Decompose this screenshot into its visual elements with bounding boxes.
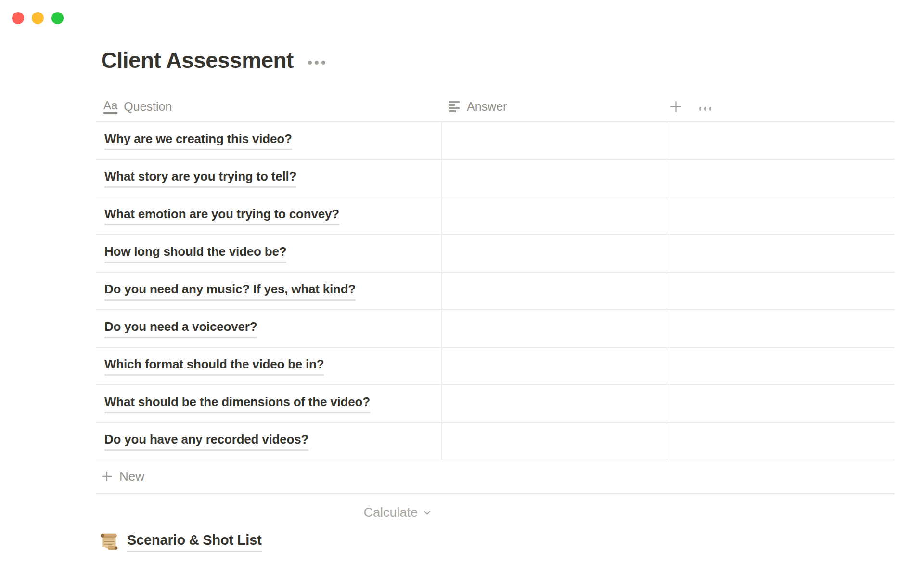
table-options-ellipsis-icon[interactable] [699,103,711,115]
empty-cell[interactable] [667,310,895,347]
calculate-button-label[interactable]: Calculate [363,505,418,520]
question-cell-text: What should be the dimensions of the vid… [104,394,370,413]
question-cell-text: Do you need a voiceover? [104,319,257,338]
column-label: Answer [467,100,507,114]
empty-cell[interactable] [667,273,895,309]
column-header-answer[interactable]: Answer [442,100,667,114]
empty-cell[interactable] [667,160,895,197]
table-row: Do you need a voiceover? [96,310,895,348]
empty-cell[interactable] [667,348,895,384]
page-options-ellipsis-icon[interactable] [308,61,325,65]
question-cell[interactable]: Do you need a voiceover? [96,310,442,347]
page-title-row: Client Assessment [101,48,325,73]
close-button[interactable] [12,12,24,24]
table-row: What emotion are you trying to convey? [96,197,895,235]
table-row: How long should the video be? [96,235,895,273]
column-label: Question [124,100,172,114]
column-header-question[interactable]: Aa Question [96,100,442,114]
question-cell[interactable]: How long should the video be? [96,235,442,272]
empty-cell[interactable] [667,385,895,422]
empty-cell[interactable] [667,197,895,234]
question-cell-text: Do you have any recorded videos? [104,432,308,451]
table-row: Do you need any music? If yes, what kind… [96,273,895,310]
subpage-title: Scenario & Shot List [127,532,262,552]
new-row-label: New [119,469,144,484]
empty-cell[interactable] [667,423,895,460]
answer-cell[interactable] [442,310,667,347]
answer-cell[interactable] [442,235,667,272]
window-controls [12,12,64,24]
empty-cell[interactable] [667,122,895,159]
table-header-actions [670,92,711,121]
question-cell-text: What emotion are you trying to convey? [104,207,339,225]
question-cell-text: Do you need any music? If yes, what kind… [104,282,356,301]
table-row: Why are we creating this video? [96,122,895,160]
plus-icon [670,101,682,113]
question-cell[interactable]: What should be the dimensions of the vid… [96,385,442,422]
page-title[interactable]: Client Assessment [101,48,294,73]
question-cell[interactable]: Do you need any music? If yes, what kind… [96,273,442,309]
answer-cell[interactable] [442,160,667,197]
new-row-button[interactable]: New [96,460,895,494]
text-property-icon [449,101,461,112]
answer-cell[interactable] [442,273,667,309]
table-row: Which format should the video be in? [96,348,895,385]
chevron-down-icon [423,508,432,517]
question-cell-text: How long should the video be? [104,244,286,263]
table-row: What story are you trying to tell? [96,160,895,197]
add-column-button[interactable] [670,101,682,113]
table-row: What should be the dimensions of the vid… [96,385,895,423]
question-cell-text: Why are we creating this video? [104,131,292,150]
calculate-row: Calculate [96,494,442,531]
question-cell[interactable]: Why are we creating this video? [96,122,442,159]
question-cell[interactable]: Which format should the video be in? [96,348,442,384]
answer-cell[interactable] [442,348,667,384]
empty-cell[interactable] [667,235,895,272]
question-cell-text: Which format should the video be in? [104,357,324,376]
title-property-icon: Aa [103,100,117,114]
table-body: Why are we creating this video? What sto… [96,121,895,460]
question-cell[interactable]: What story are you trying to tell? [96,160,442,197]
zoom-button[interactable] [51,12,64,24]
question-cell[interactable]: What emotion are you trying to convey? [96,197,442,234]
answer-cell[interactable] [442,385,667,422]
table-header: Aa Question Answer [96,92,895,121]
answer-cell[interactable] [442,423,667,460]
answer-cell[interactable] [442,197,667,234]
table-row: Do you have any recorded videos? [96,423,895,460]
question-cell-text: What story are you trying to tell? [104,169,296,188]
minimize-button[interactable] [32,12,44,24]
subpage-link[interactable]: Scenario & Shot List [99,532,262,552]
scroll-icon [99,532,119,552]
answer-cell[interactable] [442,122,667,159]
plus-icon [102,471,112,482]
question-cell[interactable]: Do you have any recorded videos? [96,423,442,460]
page-content: Client Assessment Aa Question Answer [96,0,895,578]
